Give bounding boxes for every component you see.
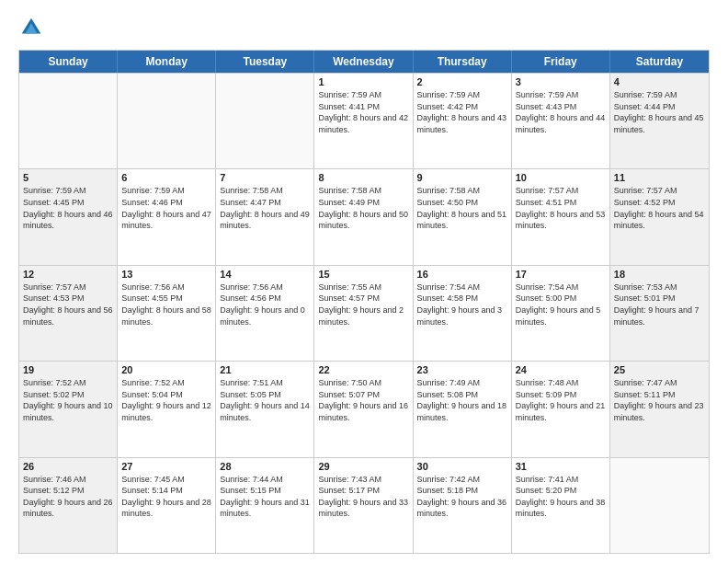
day-info: Sunrise: 7:57 AMSunset: 4:53 PMDaylight:… [23, 282, 113, 327]
day-info: Sunrise: 7:53 AMSunset: 5:01 PMDaylight:… [614, 282, 705, 327]
day-info: Sunrise: 7:49 AMSunset: 5:08 PMDaylight:… [417, 377, 507, 423]
day-number: 23 [417, 364, 507, 375]
week-row-4: 26Sunrise: 7:46 AMSunset: 5:12 PMDayligh… [19, 457, 709, 553]
day-cell-8: 8Sunrise: 7:58 AMSunset: 4:49 PMDaylight… [314, 169, 413, 264]
day-number: 22 [318, 364, 408, 375]
day-cell-13: 13Sunrise: 7:56 AMSunset: 4:55 PMDayligh… [118, 266, 216, 361]
day-info: Sunrise: 7:58 AMSunset: 4:47 PMDaylight:… [220, 185, 310, 231]
day-cell-18: 18Sunrise: 7:53 AMSunset: 5:01 PMDayligh… [610, 266, 709, 361]
day-number: 19 [23, 364, 113, 375]
week-row-0: 1Sunrise: 7:59 AMSunset: 4:41 PMDaylight… [19, 73, 709, 168]
calendar: SundayMondayTuesdayWednesdayThursdayFrid… [18, 50, 710, 554]
day-cell-26: 26Sunrise: 7:46 AMSunset: 5:12 PMDayligh… [19, 458, 118, 553]
day-cell-9: 9Sunrise: 7:58 AMSunset: 4:50 PMDaylight… [414, 169, 512, 264]
day-info: Sunrise: 7:58 AMSunset: 4:50 PMDaylight:… [417, 185, 507, 231]
logo-icon [18, 15, 44, 40]
day-number: 28 [220, 461, 310, 472]
day-cell-22: 22Sunrise: 7:50 AMSunset: 5:07 PMDayligh… [314, 362, 413, 456]
day-info: Sunrise: 7:59 AMSunset: 4:46 PMDaylight:… [121, 185, 211, 231]
day-info: Sunrise: 7:56 AMSunset: 4:55 PMDaylight:… [121, 282, 211, 327]
empty-cell [216, 74, 314, 168]
day-number: 6 [121, 172, 211, 183]
empty-cell [118, 74, 216, 168]
day-number: 1 [318, 76, 408, 87]
day-number: 9 [417, 172, 507, 183]
day-cell-14: 14Sunrise: 7:56 AMSunset: 4:56 PMDayligh… [216, 266, 314, 361]
day-cell-5: 5Sunrise: 7:59 AMSunset: 4:45 PMDaylight… [19, 169, 118, 264]
header-day-saturday: Saturday [610, 51, 709, 73]
empty-cell [610, 458, 709, 553]
day-cell-15: 15Sunrise: 7:55 AMSunset: 4:57 PMDayligh… [314, 266, 413, 361]
day-info: Sunrise: 7:46 AMSunset: 5:12 PMDaylight:… [23, 474, 113, 520]
day-number: 14 [220, 269, 310, 280]
day-cell-21: 21Sunrise: 7:51 AMSunset: 5:05 PMDayligh… [216, 362, 314, 456]
day-number: 4 [614, 76, 705, 87]
day-cell-12: 12Sunrise: 7:57 AMSunset: 4:53 PMDayligh… [19, 266, 118, 361]
day-number: 17 [516, 269, 606, 280]
day-number: 21 [220, 364, 310, 375]
day-cell-7: 7Sunrise: 7:58 AMSunset: 4:47 PMDaylight… [216, 169, 314, 264]
week-row-2: 12Sunrise: 7:57 AMSunset: 4:53 PMDayligh… [19, 265, 709, 361]
day-info: Sunrise: 7:51 AMSunset: 5:05 PMDaylight:… [220, 377, 310, 423]
day-cell-20: 20Sunrise: 7:52 AMSunset: 5:04 PMDayligh… [118, 362, 216, 456]
day-number: 25 [614, 364, 705, 375]
header-day-monday: Monday [118, 51, 216, 73]
day-number: 20 [121, 364, 211, 375]
calendar-header: SundayMondayTuesdayWednesdayThursdayFrid… [19, 51, 709, 73]
day-number: 16 [417, 269, 507, 280]
day-cell-19: 19Sunrise: 7:52 AMSunset: 5:02 PMDayligh… [19, 362, 118, 456]
day-number: 24 [516, 364, 606, 375]
week-row-1: 5Sunrise: 7:59 AMSunset: 4:45 PMDaylight… [19, 168, 709, 264]
day-cell-6: 6Sunrise: 7:59 AMSunset: 4:46 PMDaylight… [118, 169, 216, 264]
day-info: Sunrise: 7:59 AMSunset: 4:43 PMDaylight:… [516, 89, 606, 135]
day-info: Sunrise: 7:58 AMSunset: 4:49 PMDaylight:… [318, 185, 408, 231]
day-number: 29 [318, 461, 408, 472]
day-number: 2 [417, 76, 507, 87]
day-cell-2: 2Sunrise: 7:59 AMSunset: 4:42 PMDaylight… [414, 74, 512, 168]
day-info: Sunrise: 7:45 AMSunset: 5:14 PMDaylight:… [121, 474, 211, 520]
day-info: Sunrise: 7:50 AMSunset: 5:07 PMDaylight:… [318, 377, 408, 423]
day-cell-16: 16Sunrise: 7:54 AMSunset: 4:58 PMDayligh… [414, 266, 512, 361]
day-cell-28: 28Sunrise: 7:44 AMSunset: 5:15 PMDayligh… [216, 458, 314, 553]
day-info: Sunrise: 7:59 AMSunset: 4:45 PMDaylight:… [23, 185, 113, 231]
day-cell-27: 27Sunrise: 7:45 AMSunset: 5:14 PMDayligh… [118, 458, 216, 553]
day-info: Sunrise: 7:44 AMSunset: 5:15 PMDaylight:… [220, 474, 310, 520]
day-info: Sunrise: 7:48 AMSunset: 5:09 PMDaylight:… [516, 377, 606, 423]
day-cell-3: 3Sunrise: 7:59 AMSunset: 4:43 PMDaylight… [512, 74, 610, 168]
day-number: 31 [516, 461, 606, 472]
header-day-friday: Friday [512, 51, 610, 73]
day-info: Sunrise: 7:42 AMSunset: 5:18 PMDaylight:… [417, 474, 507, 520]
day-info: Sunrise: 7:52 AMSunset: 5:02 PMDaylight:… [23, 377, 113, 423]
day-cell-24: 24Sunrise: 7:48 AMSunset: 5:09 PMDayligh… [512, 362, 610, 456]
day-cell-10: 10Sunrise: 7:57 AMSunset: 4:51 PMDayligh… [512, 169, 610, 264]
day-cell-23: 23Sunrise: 7:49 AMSunset: 5:08 PMDayligh… [414, 362, 512, 456]
day-number: 30 [417, 461, 507, 472]
day-info: Sunrise: 7:41 AMSunset: 5:20 PMDaylight:… [516, 474, 606, 520]
day-cell-25: 25Sunrise: 7:47 AMSunset: 5:11 PMDayligh… [610, 362, 709, 456]
header [18, 15, 710, 40]
day-number: 12 [23, 269, 113, 280]
day-info: Sunrise: 7:59 AMSunset: 4:42 PMDaylight:… [417, 89, 507, 135]
header-day-sunday: Sunday [19, 51, 118, 73]
day-info: Sunrise: 7:54 AMSunset: 4:58 PMDaylight:… [417, 282, 507, 327]
calendar-body: 1Sunrise: 7:59 AMSunset: 4:41 PMDaylight… [19, 73, 709, 553]
day-info: Sunrise: 7:59 AMSunset: 4:44 PMDaylight:… [614, 89, 705, 135]
day-info: Sunrise: 7:47 AMSunset: 5:11 PMDaylight:… [614, 377, 705, 423]
day-number: 18 [614, 269, 705, 280]
header-day-wednesday: Wednesday [314, 51, 413, 73]
day-info: Sunrise: 7:57 AMSunset: 4:52 PMDaylight:… [614, 185, 705, 231]
week-row-3: 19Sunrise: 7:52 AMSunset: 5:02 PMDayligh… [19, 361, 709, 456]
day-cell-11: 11Sunrise: 7:57 AMSunset: 4:52 PMDayligh… [610, 169, 709, 264]
day-info: Sunrise: 7:56 AMSunset: 4:56 PMDaylight:… [220, 282, 310, 327]
empty-cell [19, 74, 118, 168]
day-number: 5 [23, 172, 113, 183]
logo [18, 15, 48, 40]
day-info: Sunrise: 7:59 AMSunset: 4:41 PMDaylight:… [318, 89, 408, 135]
day-number: 26 [23, 461, 113, 472]
header-day-tuesday: Tuesday [216, 51, 314, 73]
day-number: 11 [614, 172, 705, 183]
day-info: Sunrise: 7:55 AMSunset: 4:57 PMDaylight:… [318, 282, 408, 327]
day-number: 7 [220, 172, 310, 183]
day-cell-29: 29Sunrise: 7:43 AMSunset: 5:17 PMDayligh… [314, 458, 413, 553]
day-info: Sunrise: 7:57 AMSunset: 4:51 PMDaylight:… [516, 185, 606, 231]
